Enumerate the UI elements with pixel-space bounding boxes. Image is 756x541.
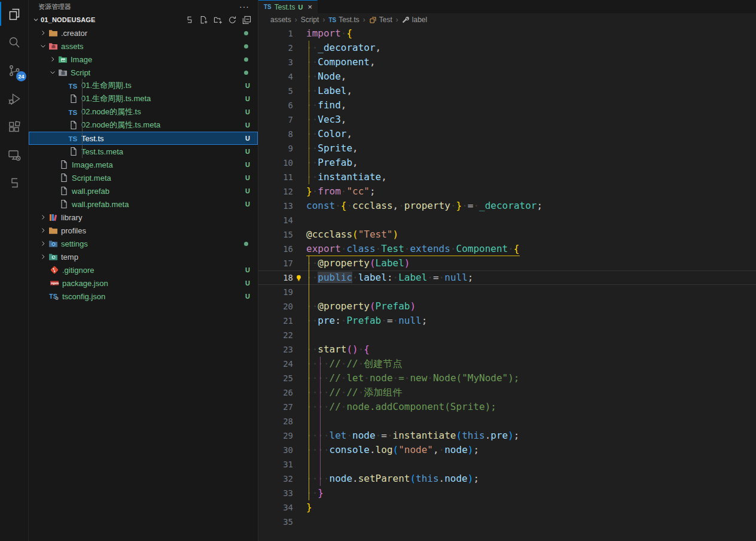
chevron-right-icon [38,28,48,38]
tree-item-.creator[interactable]: .creator [29,26,258,39]
code-line-22[interactable]: 22 [258,328,756,342]
code-line-35[interactable]: 35 [258,515,756,529]
line-number: 9 [258,141,293,156]
activitybar-extensions-icon[interactable] [0,113,29,141]
breadcrumb-item-Script[interactable]: Script [301,16,319,24]
code-line-9[interactable]: 9··Sprite, [258,141,756,156]
code-line-23[interactable]: 23··start()·{ [258,342,756,357]
code-line-31[interactable]: 31 [258,457,756,472]
tree-item-settings[interactable]: settings [29,237,258,250]
tree-item-.gitignore[interactable]: .gitignoreU [29,263,258,276]
more-actions-icon[interactable]: ··· [239,2,249,11]
tree-item-profiles[interactable]: profiles [29,224,258,237]
code-line-16[interactable]: 16export·class·Test·extends·Component·{ [258,242,756,256]
code-line-34[interactable]: 34} [258,500,756,515]
code-line-28[interactable]: 28 [258,414,756,428]
tree-item-Test.ts.meta[interactable]: Test.ts.metaU [29,145,258,158]
tree-item-Test.ts[interactable]: TSTest.tsU [29,132,258,145]
explorer-sidebar: 资源管理器 ··· 01_NODEUSAGE .creator assets I… [29,0,258,541]
code-line-27[interactable]: 27····//·node.addComponent(Sprite); [258,400,756,414]
tree-item-02.node_.ts[interactable]: TS02.node的属性.tsU [29,105,258,118]
code-line-10[interactable]: 10··Prefab, [258,156,756,170]
code-line-26[interactable]: 26····//·//·添加组件 [258,385,756,400]
tree-item-Image[interactable]: Image [29,53,258,66]
activitybar-run-debug-icon[interactable] [0,84,29,113]
file-label: 01.生命周期.ts.meta [81,93,151,104]
code-s-icon[interactable] [184,14,194,25]
code-text: ··public·label:·Label·=·null; [306,272,473,283]
git-modified-dot-badge [244,242,248,246]
code-line-15[interactable]: 15@ccclass("Test") [258,227,756,242]
collapse-all-icon[interactable] [241,14,252,25]
tree-item-Script[interactable]: Script [29,66,258,79]
activitybar-explorer-icon[interactable] [0,0,29,28]
explorer-section-header[interactable]: 01_NODEUSAGE [29,13,258,26]
folder-icon [48,28,58,38]
code-line-20[interactable]: 20··@property(Prefab) [258,299,756,314]
code-line-11[interactable]: 11··instantiate, [258,170,756,184]
code-line-1[interactable]: 1import·{ [258,26,756,41]
code-text: ····//·//·添加组件 [306,387,402,398]
lightbulb-quickfix-icon[interactable] [295,270,303,285]
activitybar-source-control-icon[interactable]: 24 [0,56,29,84]
line-number: 7 [258,113,293,127]
code-editor[interactable]: 1import·{2··_decorator,3··Component,4··N… [258,26,756,541]
tree-item-package.json[interactable]: npmpackage.jsonU [29,276,258,290]
code-text: ····let·node·=·instantiate(this.pre); [306,430,520,441]
tree-item-wall.prefab.meta[interactable]: wall.prefab.metaU [29,197,258,211]
code-line-25[interactable]: 25····//·let·node·=·new·Node("MyNode"); [258,371,756,385]
git-untracked-badge: U [298,4,303,11]
code-line-24[interactable]: 24····//·//·创建节点 [258,357,756,371]
code-line-3[interactable]: 3··Component, [258,55,756,69]
activitybar-code-s-icon[interactable] [0,169,29,197]
code-line-29[interactable]: 29····let·node·=·instantiate(this.pre); [258,428,756,443]
code-line-32[interactable]: 32····node.setParent(this.node); [258,472,756,486]
symbol-class-icon [369,16,377,24]
tree-item-assets[interactable]: assets [29,39,258,53]
code-line-5[interactable]: 5··Label, [258,84,756,98]
refresh-icon[interactable] [227,14,237,25]
close-icon[interactable]: × [307,2,312,11]
activitybar-remote-icon[interactable] [0,141,29,169]
tab-test-ts[interactable]: TS Test.ts U × [258,0,318,13]
code-line-2[interactable]: 2··_decorator, [258,41,756,55]
tree-item-02.node_.ts.meta[interactable]: 02.node的属性.ts.metaU [29,118,258,132]
code-line-17[interactable]: 17··@property(Label) [258,256,756,270]
code-line-18[interactable]: 18··public·label:·Label·=·null; [258,270,756,285]
git-untracked-badge: U [245,200,250,208]
tree-item-tsconfig.json[interactable]: TStsconfig.jsonU [29,290,258,303]
git-untracked-badge: U [245,82,250,89]
code-line-33[interactable]: 33··} [258,486,756,500]
tree-item-01._.ts[interactable]: TS01.生命周期.tsU [29,79,258,92]
activitybar-search-icon[interactable] [0,28,29,56]
code-line-21[interactable]: 21··pre:·Prefab·=·null; [258,314,756,328]
breadcrumb-item-Test[interactable]: Test [369,16,392,24]
new-folder-icon[interactable] [212,14,223,25]
code-line-30[interactable]: 30····console.log("node",·node); [258,443,756,457]
tree-item-library[interactable]: library [29,211,258,224]
line-number: 22 [258,328,293,342]
git-untracked-badge: U [245,266,250,273]
breadcrumb-item-assets[interactable]: assets [270,16,291,24]
code-line-13[interactable]: 13const·{·ccclass,·property·}·=·_decorat… [258,199,756,213]
code-line-8[interactable]: 8··Color, [258,127,756,141]
code-line-14[interactable]: 14 [258,213,756,227]
breadcrumb-item-label[interactable]: label [402,16,427,24]
tree-item-01._.ts.meta[interactable]: 01.生命周期.ts.metaU [29,92,258,105]
code-line-7[interactable]: 7··Vec3, [258,113,756,127]
code-line-4[interactable]: 4··Node, [258,69,756,84]
code-line-6[interactable]: 6··find, [258,98,756,113]
code-line-12[interactable]: 12}·from·"cc"; [258,184,756,199]
file-label: 02.node的属性.ts [81,107,141,117]
folder-image-icon [57,54,68,64]
breadcrumb-item-Test.ts[interactable]: TSTest.ts [328,16,359,24]
tree-item-Image.meta[interactable]: Image.metaU [29,158,258,171]
code-line-19[interactable]: 19 [258,285,756,299]
new-file-icon[interactable] [198,14,209,25]
code-text: } [306,502,312,513]
line-number: 21 [258,314,293,328]
tree-item-Script.meta[interactable]: Script.metaU [29,171,258,184]
folder-temp-icon [48,252,58,262]
tree-item-wall.prefab[interactable]: wall.prefabU [29,184,258,197]
tree-item-temp[interactable]: temp [29,250,258,263]
